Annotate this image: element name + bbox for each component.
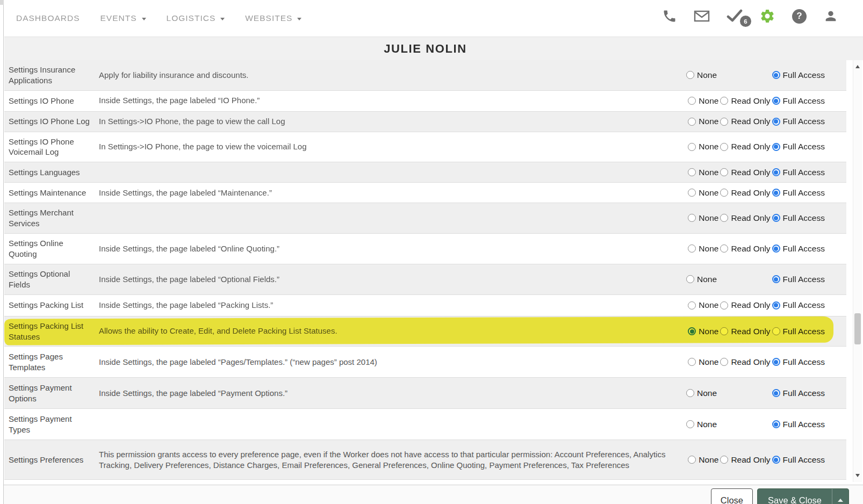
radio-unselected-icon[interactable] [686,420,694,428]
access-option-read-only[interactable]: Read Only [720,357,770,367]
radio-selected-icon[interactable] [772,244,780,253]
radio-selected-icon[interactable] [772,301,780,309]
radio-unselected-icon[interactable] [688,244,696,253]
access-option-none[interactable]: None [688,117,718,126]
radio-unselected-icon[interactable] [720,456,728,464]
radio-unselected-icon[interactable] [720,301,728,309]
radio-unselected-icon[interactable] [686,275,694,283]
radio-selected-icon[interactable] [772,358,780,366]
access-option-full-access[interactable]: Full Access [772,388,825,398]
save-menu-toggle[interactable] [832,489,848,504]
radio-unselected-icon[interactable] [688,143,696,151]
radio-unselected-icon[interactable] [720,327,728,335]
access-option-full-access[interactable]: Full Access [772,70,825,80]
nav-item-logistics[interactable]: LOGISTICS [167,13,225,23]
access-option-full-access[interactable]: Full Access [772,420,825,429]
access-option-full-access[interactable]: Full Access [772,168,825,177]
radio-unselected-icon[interactable] [720,118,728,126]
radio-selected-icon[interactable] [772,71,780,79]
radio-selected-icon[interactable] [772,420,780,428]
radio-unselected-icon[interactable] [688,97,696,105]
radio-unselected-icon[interactable] [688,189,696,197]
scrollbar-thumb[interactable] [854,313,861,344]
access-option-full-access[interactable]: Full Access [772,327,825,336]
radio-unselected-icon[interactable] [720,168,728,176]
access-option-none[interactable]: None [688,213,718,223]
access-option-full-access[interactable]: Full Access [772,188,825,198]
access-option-none[interactable]: None [688,96,718,106]
access-option-none[interactable]: None [688,142,718,152]
radio-unselected-icon[interactable] [720,143,728,151]
access-option-read-only[interactable]: Read Only [720,188,770,198]
radio-selected-icon[interactable] [772,275,780,283]
radio-unselected-icon[interactable] [686,71,694,79]
access-option-full-access[interactable]: Full Access [772,213,825,223]
radio-selected-icon[interactable] [772,168,780,176]
access-option-read-only[interactable]: Read Only [720,300,770,310]
nav-item-websites[interactable]: WEBSITES [245,13,301,23]
access-option-none[interactable]: None [688,357,718,367]
access-option-none[interactable]: None [686,70,717,80]
close-button[interactable]: Close [711,488,753,504]
nav-item-dashboards[interactable]: DASHBOARDS [16,13,80,23]
access-option-none[interactable]: None [686,275,717,284]
tasks-check-icon[interactable]: 6 [727,9,743,23]
access-option-full-access[interactable]: Full Access [772,142,825,152]
profile-icon[interactable] [823,9,838,24]
nav-item-events[interactable]: EVENTS [100,13,146,23]
mail-icon[interactable] [694,9,710,23]
radio-unselected-icon[interactable] [688,358,696,366]
radio-selected-icon[interactable] [772,97,780,105]
access-option-none[interactable]: None [688,244,718,254]
phone-icon[interactable] [662,9,677,24]
scroll-up-arrow-icon[interactable] [853,62,862,71]
save-and-close-button[interactable]: Save & Close [757,488,849,504]
radio-unselected-icon[interactable] [772,327,780,335]
access-option-full-access[interactable]: Full Access [772,96,825,106]
radio-unselected-icon[interactable] [686,389,694,397]
table-scrollbar[interactable] [853,60,862,482]
access-option-full-access[interactable]: Full Access [772,275,825,284]
radio-selected-icon[interactable] [772,456,780,464]
scroll-down-arrow-icon[interactable] [853,471,862,480]
access-option-read-only[interactable]: Read Only [720,244,770,254]
access-option-read-only[interactable]: Read Only [720,455,770,465]
access-option-full-access[interactable]: Full Access [772,244,825,254]
radio-unselected-icon[interactable] [688,168,696,176]
access-option-none[interactable]: None [686,420,717,429]
radio-unselected-icon[interactable] [688,214,696,222]
radio-selected-icon[interactable] [772,118,780,126]
access-option-none[interactable]: None [688,188,718,198]
radio-selected-icon[interactable] [772,214,780,222]
access-options: NoneRead OnlyFull Access [686,357,825,367]
radio-unselected-icon[interactable] [720,97,728,105]
settings-gear-icon[interactable] [759,8,775,24]
access-option-full-access[interactable]: Full Access [772,300,825,310]
access-option-full-access[interactable]: Full Access [772,357,825,367]
access-option-none[interactable]: None [688,168,718,177]
radio-selected-icon[interactable] [772,389,780,397]
radio-unselected-icon[interactable] [720,244,728,253]
radio-selected-icon[interactable] [772,189,780,197]
access-option-read-only[interactable]: Read Only [720,117,770,126]
radio-unselected-icon[interactable] [720,214,728,222]
radio-selected-icon[interactable] [688,327,696,335]
access-option-read-only[interactable]: Read Only [720,142,770,152]
radio-selected-icon[interactable] [772,143,780,151]
access-option-none[interactable]: None [688,327,718,336]
access-option-read-only[interactable]: Read Only [720,213,770,223]
help-icon[interactable]: ? [792,9,807,24]
access-option-read-only[interactable]: Read Only [720,327,770,336]
access-option-full-access[interactable]: Full Access [772,117,825,126]
access-option-read-only[interactable]: Read Only [720,168,770,177]
access-option-read-only[interactable]: Read Only [720,96,770,106]
radio-unselected-icon[interactable] [688,456,696,464]
access-option-none[interactable]: None [688,300,718,310]
access-option-none[interactable]: None [688,455,718,465]
access-option-full-access[interactable]: Full Access [772,455,825,465]
radio-unselected-icon[interactable] [688,118,696,126]
radio-unselected-icon[interactable] [688,301,696,309]
access-option-none[interactable]: None [686,388,717,398]
radio-unselected-icon[interactable] [720,189,728,197]
radio-unselected-icon[interactable] [720,358,728,366]
